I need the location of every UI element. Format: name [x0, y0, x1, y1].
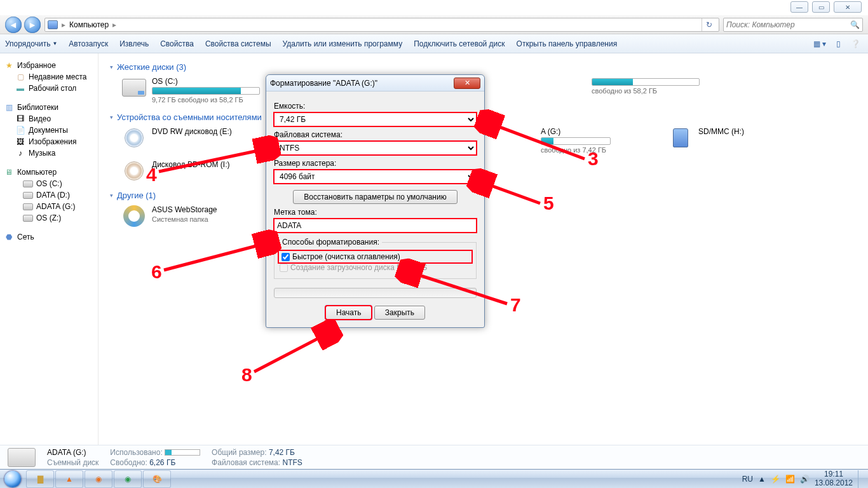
capacity-select[interactable]: 7,42 ГБ	[274, 112, 477, 126]
breadcrumb[interactable]: ▸ Компьютер ▸ ↻	[44, 18, 719, 32]
disc-icon	[125, 161, 144, 180]
tree-favorites-header[interactable]: ★Избранное	[4, 60, 98, 71]
taskbar-vlc[interactable]: ▲	[55, 470, 83, 488]
tray-time: 19:11	[815, 470, 853, 478]
details-name: ADATA (G:)	[47, 448, 98, 457]
address-bar: ◄ ► ▸ Компьютер ▸ ↻ 🔍	[0, 15, 868, 34]
disc-icon	[125, 128, 144, 147]
toolbar-sys-properties[interactable]: Свойства системы	[205, 39, 271, 48]
toolbar-autoplay[interactable]: Автозапуск	[69, 39, 108, 48]
asus-webstorage-icon	[123, 205, 145, 227]
drive-name: A (G:)	[541, 127, 649, 136]
quick-format-label: Быстрое (очистка оглавления)	[292, 252, 400, 261]
toolbar-organize[interactable]: Упорядочить ▼	[5, 39, 57, 48]
start-button[interactable]	[0, 470, 25, 489]
toolbar: Упорядочить ▼ Автозапуск Извлечь Свойств…	[0, 34, 868, 53]
breadcrumb-sep: ▸	[62, 20, 65, 29]
tray-power-icon[interactable]: ⚡	[771, 475, 780, 484]
toolbar-eject[interactable]: Извлечь	[119, 39, 149, 48]
toolbar-map-drive[interactable]: Подключить сетевой диск	[414, 39, 505, 48]
format-options-legend: Способы форматирования:	[280, 238, 382, 247]
drive-bd[interactable]: Дисковод BD-ROM (I:)	[121, 160, 857, 182]
system-tray: RU ▲ ⚡ 📶 🔊 19:11 13.08.2012	[742, 470, 868, 488]
tray-volume-icon[interactable]: 🔊	[800, 475, 810, 484]
capacity-bar	[592, 78, 700, 86]
capacity-bar	[541, 137, 611, 145]
nav-back-button[interactable]: ◄	[5, 17, 22, 33]
start-orb-icon	[4, 471, 21, 487]
drive-adata-clip[interactable]: A (G:) свободно из 7,42 ГБ	[541, 127, 649, 154]
tray-lang[interactable]: RU	[742, 475, 753, 484]
search-box[interactable]: 🔍	[723, 18, 863, 32]
drive-name: SD/MMC (H:)	[698, 127, 795, 136]
dialog-close-button[interactable]: ✕	[454, 78, 480, 89]
tree-recent-places[interactable]: ▢Недавние места	[4, 71, 98, 83]
tray-flag-icon[interactable]: ▲	[758, 475, 766, 484]
window-minimize-button[interactable]: —	[790, 1, 808, 13]
mini-usage-bar	[165, 449, 200, 456]
tree-documents[interactable]: 📄Документы	[4, 125, 98, 136]
details-pane: ADATA (G:) Съемный диск Использовано: Св…	[0, 445, 868, 469]
toolbar-properties[interactable]: Свойства	[160, 39, 194, 48]
cluster-label: Размер кластера:	[274, 159, 477, 168]
window-controls: — ▭ ✕	[790, 1, 862, 13]
dialog-titlebar[interactable]: Форматирование "ADATA (G:)" ✕	[266, 75, 484, 92]
quick-format-checkbox[interactable]: Быстрое (очистка оглавления)	[280, 252, 471, 262]
tray-network-icon[interactable]: 📶	[785, 475, 795, 484]
tree-network-header[interactable]: ⬣Сеть	[4, 231, 98, 243]
view-options-icon[interactable]: ▦ ▾	[811, 38, 829, 50]
taskbar-app-green[interactable]: ◉	[114, 470, 142, 488]
drive-thumb-icon	[8, 448, 36, 467]
navigation-pane: ★Избранное ▢Недавние места ▬Рабочий стол…	[0, 53, 98, 445]
details-free-value: 6,26 ГБ	[149, 458, 175, 467]
toolbar-control-panel[interactable]: Открыть панель управления	[517, 39, 618, 48]
format-dialog: Форматирование "ADATA (G:)" ✕ Емкость: 7…	[266, 74, 485, 328]
capacity-label: Емкость:	[274, 102, 477, 111]
search-input[interactable]	[726, 20, 848, 29]
breadcrumb-root[interactable]: Компьютер	[69, 20, 109, 29]
hdd-icon	[122, 79, 146, 97]
tree-computer-header[interactable]: 🖥Компьютер	[4, 166, 98, 178]
tree-pictures[interactable]: 🖼Изображения	[4, 136, 98, 147]
filesystem-select[interactable]: NTFS	[274, 141, 477, 155]
start-format-button[interactable]: Начать	[325, 306, 372, 320]
taskbar-paint[interactable]: 🎨	[143, 470, 171, 488]
quick-format-check[interactable]	[281, 253, 290, 261]
help-icon[interactable]: ❔	[848, 38, 863, 50]
restore-defaults-button[interactable]: Восстановить параметры по умолчанию	[293, 190, 457, 204]
preview-pane-icon[interactable]: ▯	[834, 38, 843, 50]
drive-sd[interactable]: SD/MMC (H:)	[668, 127, 795, 154]
close-dialog-button[interactable]: Закрыть	[374, 306, 425, 320]
refresh-icon[interactable]: ↻	[702, 18, 716, 31]
tray-date: 13.08.2012	[815, 479, 853, 487]
window-close-button[interactable]: ✕	[834, 1, 862, 13]
details-total-label: Общий размер:	[212, 448, 266, 457]
details-total-value: 7,42 ГБ	[269, 448, 295, 457]
details-free-label: Свободно:	[110, 458, 147, 467]
cluster-select[interactable]: 4096 байт	[274, 170, 477, 184]
tree-drive-os-z[interactable]: OS (Z:)	[4, 212, 98, 224]
format-options-group: Способы форматирования: Быстрое (очистка…	[274, 238, 477, 279]
tree-video[interactable]: 🎞Видео	[4, 113, 98, 125]
dialog-title: Форматирование "ADATA (G:)"	[270, 79, 377, 88]
details-type: Съемный диск	[47, 458, 98, 467]
tree-drive-data-d[interactable]: DATA (D:)	[4, 189, 98, 201]
section-hdd[interactable]: Жесткие диски (3)	[110, 62, 857, 72]
window-maximize-button[interactable]: ▭	[812, 1, 830, 13]
taskbar-firefox[interactable]: ◉	[85, 470, 112, 488]
tree-drive-os-c[interactable]: OS (C:)	[4, 178, 98, 189]
tree-drive-adata-g[interactable]: ADATA (G:)	[4, 201, 98, 212]
tree-libraries-header[interactable]: ▥Библиотеки	[4, 102, 98, 113]
toolbar-programs[interactable]: Удалить или изменить программу	[283, 39, 403, 48]
tree-desktop[interactable]: ▬Рабочий стол	[4, 83, 98, 94]
taskbar: ▇ ▲ ◉ ◉ 🎨 RU ▲ ⚡ 📶 🔊 19:11 13.08.2012	[0, 469, 868, 488]
nav-forward-button[interactable]: ►	[24, 17, 41, 33]
tray-clock[interactable]: 19:11 13.08.2012	[815, 470, 853, 487]
breadcrumb-sep: ▸	[112, 20, 116, 29]
capacity-bar	[152, 87, 260, 95]
volume-label-input[interactable]	[274, 219, 477, 233]
taskbar-explorer[interactable]: ▇	[26, 470, 54, 488]
search-icon: 🔍	[850, 20, 860, 29]
tree-music[interactable]: ♪Музыка	[4, 147, 98, 159]
show-desktop-button[interactable]	[858, 470, 863, 488]
